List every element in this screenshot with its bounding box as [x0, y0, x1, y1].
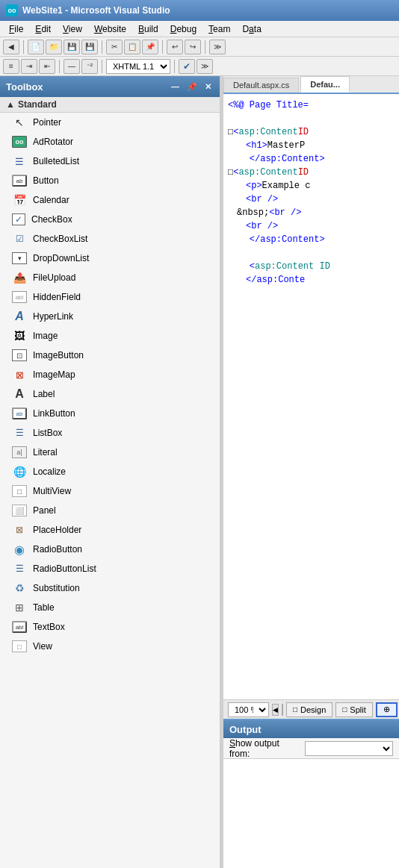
toolbox-section-standard[interactable]: ▲ Standard: [0, 97, 220, 113]
toolbox-item-adrotator[interactable]: oo AdRotator: [0, 132, 220, 152]
toolbox-item-hiddenfield[interactable]: abl HiddenField: [0, 287, 220, 307]
toolbox-item-button[interactable]: ab Button: [0, 171, 220, 190]
toolbox-pin-icon[interactable]: 📌: [185, 82, 200, 92]
menu-data[interactable]: Data: [236, 22, 267, 36]
design-icon: □: [293, 705, 297, 714]
toolbox-item-imagebutton[interactable]: ⊡ ImageButton: [0, 346, 220, 365]
redo-button[interactable]: ↪: [185, 40, 201, 54]
doctype-dropdown[interactable]: XHTML 1.1: [106, 59, 170, 74]
menu-view[interactable]: View: [57, 22, 88, 36]
placeholder-icon: ⊠: [12, 523, 27, 537]
toolbox-item-checkboxlist[interactable]: ☑ CheckBoxList: [0, 229, 220, 249]
horizontal-scrollbar[interactable]: [282, 704, 283, 716]
toolbox-pin-button[interactable]: —: [169, 82, 182, 91]
paste-button[interactable]: 📌: [142, 40, 158, 54]
more-button[interactable]: ≫: [209, 40, 226, 54]
toolbox-item-listbox[interactable]: ☰ ListBox: [0, 423, 220, 443]
code-line-3: □ <asp:Content ID: [228, 125, 395, 139]
toolbox-item-fileupload[interactable]: 📤 FileUpload: [0, 268, 220, 287]
toolbox-header-controls: — 📌 ✕: [169, 82, 214, 92]
section-collapse-arrow: ▲: [6, 99, 15, 110]
format-btn-2[interactable]: ⇥: [21, 59, 37, 74]
menu-file[interactable]: File: [3, 22, 29, 36]
scroll-left-button[interactable]: ◀: [272, 704, 279, 716]
bulletedlist-icon: ☰: [12, 154, 27, 168]
toolbox-list: ↖ Pointer oo AdRotator ☰ BulletedList ab…: [0, 113, 220, 868]
toolbox-item-imagemap[interactable]: ⊠ ImageMap: [0, 365, 220, 384]
table-icon: ⊞: [12, 601, 27, 614]
new-file-button[interactable]: 📄: [28, 40, 44, 54]
item-label-calendar: Calendar: [33, 195, 69, 205]
menu-debug[interactable]: Debug: [164, 22, 202, 36]
toolbox-item-view[interactable]: □ View: [0, 637, 220, 656]
label-icon: A: [12, 387, 27, 401]
save-button[interactable]: 💾: [64, 40, 80, 54]
code-editor[interactable]: <%@ Page Title= □ <asp:Content ID <h1>Ma…: [223, 94, 399, 699]
menu-team[interactable]: Team: [202, 22, 236, 36]
format-btn-4[interactable]: —: [64, 59, 80, 74]
zoom-dropdown[interactable]: 100 %: [228, 702, 269, 717]
toolbox-item-localize[interactable]: 🌐 Localize: [0, 462, 220, 481]
toolbox-item-placeholder[interactable]: ⊠ PlaceHolder: [0, 520, 220, 540]
menu-edit[interactable]: Edit: [29, 22, 57, 36]
menu-build[interactable]: Build: [132, 22, 164, 36]
toolbox-item-image[interactable]: 🖼 Image: [0, 326, 220, 346]
split-view-button[interactable]: □ Split: [335, 702, 372, 717]
design-view-button[interactable]: □ Design: [286, 702, 332, 717]
toolbox-item-checkbox[interactable]: ✓ CheckBox: [0, 210, 220, 229]
toolbox-item-substitution[interactable]: ♻ Substitution: [0, 578, 220, 598]
open-file-button[interactable]: 📁: [46, 40, 62, 54]
toolbox-item-table[interactable]: ⊞ Table: [0, 598, 220, 617]
more-btn-2[interactable]: ≫: [197, 59, 213, 74]
toolbox-item-hyperlink[interactable]: A HyperLink: [0, 307, 220, 326]
item-label-checkbox: CheckBox: [31, 214, 72, 225]
tab-default-aspx[interactable]: Defau...: [300, 76, 350, 93]
toolbox-item-multiview[interactable]: □ MultiView: [0, 481, 220, 501]
adrotator-icon: oo: [12, 136, 27, 148]
editor-bottom-toolbar: 100 % ◀ □ Design □ Split ⊕: [223, 699, 399, 719]
code-line-5: </asp:Content>: [228, 152, 395, 166]
toolbox-item-panel[interactable]: ⬜ Panel: [0, 501, 220, 520]
toolbox-item-dropdownlist[interactable]: ▾ DropDownList: [0, 249, 220, 268]
show-output-label: Show output from:: [229, 738, 300, 759]
cut-button[interactable]: ✂: [106, 40, 123, 54]
back-button[interactable]: ◀: [3, 40, 19, 54]
output-source-dropdown[interactable]: [305, 741, 393, 756]
toolbox-item-textbox[interactable]: abl TextBox: [0, 617, 220, 637]
item-label-label: Label: [33, 389, 55, 399]
calendar-icon: 📅: [12, 193, 27, 207]
show-output-underline: S: [229, 738, 235, 749]
toolbox-title: Toolbox: [6, 81, 43, 93]
item-label-fileupload: FileUpload: [33, 272, 75, 283]
format-btn-5[interactable]: ⁻²: [81, 59, 98, 74]
undo-button[interactable]: ↩: [167, 40, 183, 54]
menu-website[interactable]: Website: [88, 22, 132, 36]
item-label-imagebutton: ImageButton: [33, 350, 84, 360]
save-all-button[interactable]: 💾: [81, 40, 98, 54]
toolbox-item-literal[interactable]: a| Literal: [0, 443, 220, 462]
toolbox-item-radiobutton[interactable]: ◉ RadioButton: [0, 540, 220, 559]
toolbox-item-label[interactable]: A Label: [0, 384, 220, 404]
toolbox-item-pointer[interactable]: ↖ Pointer: [0, 113, 220, 132]
code-line-7: <p>Example c: [228, 179, 395, 193]
format-btn-1[interactable]: ≡: [3, 59, 19, 74]
toolbar-sep-4: [205, 40, 205, 54]
code-line-14: </asp:Conte: [228, 273, 395, 287]
toolbox-item-linkbutton[interactable]: ab LinkButton: [0, 404, 220, 423]
toolbox-item-calendar[interactable]: 📅 Calendar: [0, 190, 220, 210]
toolbar-sep-1: [23, 40, 24, 54]
toolbox-close-button[interactable]: ✕: [202, 82, 214, 92]
code-line-4: <h1>MasterP: [228, 139, 395, 152]
tab-default-aspx-cs[interactable]: Default.aspx.cs: [223, 78, 299, 93]
toolbox-item-radiobuttonlist[interactable]: ☰ RadioButtonList: [0, 559, 220, 578]
editor-tab-bar: Default.aspx.cs Defau...: [223, 76, 399, 94]
validation-btn[interactable]: ✔: [179, 59, 195, 74]
toolbox-item-bulletedlist[interactable]: ☰ BulletedList: [0, 152, 220, 171]
section-title-label: Standard: [18, 99, 57, 110]
toolbox-panel: Toolbox — 📌 ✕ ▲ Standard ↖ Pointer oo Ad…: [0, 76, 220, 868]
toolbar-sep-7: [174, 60, 175, 73]
copy-button[interactable]: 📋: [124, 40, 140, 54]
output-header: Output: [223, 720, 399, 738]
source-view-button[interactable]: ⊕: [376, 702, 398, 717]
format-btn-3[interactable]: ⇤: [39, 59, 55, 74]
